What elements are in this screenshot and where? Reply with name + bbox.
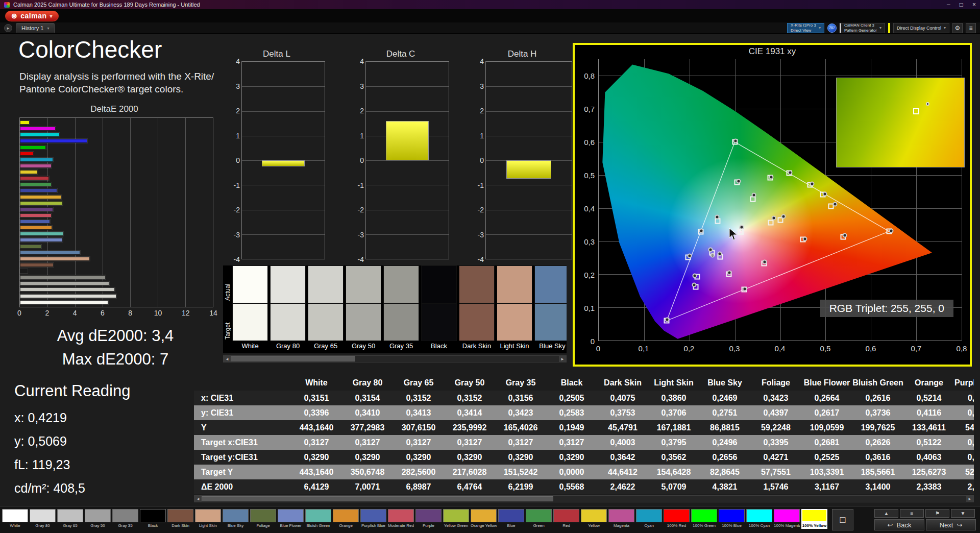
patch-foliage[interactable]: Foliage xyxy=(250,509,276,529)
nav-list-button[interactable]: ≡ xyxy=(900,509,924,518)
table-row-label: ΔE 2000 xyxy=(194,479,291,494)
max-de2000: Max dE2000: 7 xyxy=(15,350,215,369)
deltae-bar-foliage xyxy=(20,245,41,249)
display-control-selector[interactable]: Direct Display Control ▾ xyxy=(893,23,949,33)
swatch-scroll-thumb[interactable] xyxy=(231,356,355,361)
table-cell: 0,2169 xyxy=(954,435,974,450)
patch-swatch xyxy=(140,509,166,522)
table-cell: 3,1167 xyxy=(801,479,852,494)
title-bar: Calman 2025 Calman Ultimate for Business… xyxy=(0,0,980,9)
cie-panel: CIE 1931 xy 0,80,70,60,50,40,30,20,10 RG… xyxy=(573,43,972,367)
scroll-right-icon[interactable]: ► xyxy=(966,496,973,502)
patch-red[interactable]: Red xyxy=(553,509,579,529)
display-control-label: Direct Display Control xyxy=(897,26,941,31)
patch-black[interactable]: Black xyxy=(140,509,166,529)
minimize-button[interactable]: – xyxy=(947,1,950,8)
table-cell: 0,3290 xyxy=(495,450,546,465)
patch-purple[interactable]: Purple xyxy=(415,509,442,529)
patch-gray-80[interactable]: Gray 80 xyxy=(30,509,56,529)
patch-100-magenta[interactable]: 100% Magenta xyxy=(774,509,800,529)
patch-label: 100% Cyan xyxy=(746,522,772,529)
table-scrollbar[interactable]: ◄ ► xyxy=(194,495,974,502)
table-cell: 0,2110 xyxy=(954,391,974,405)
patch-cyan[interactable]: Cyan xyxy=(636,509,662,529)
scroll-right-icon[interactable]: ► xyxy=(559,356,566,362)
nav-down-button[interactable]: ▼ xyxy=(951,509,975,518)
patch-magenta[interactable]: Magenta xyxy=(608,509,634,529)
settings-gear-button[interactable]: ⚙ xyxy=(952,23,963,33)
tab-scroll-button[interactable]: ▸ xyxy=(4,24,12,32)
patch-yellow-green[interactable]: Yellow Green xyxy=(443,509,469,529)
swatch-target-black xyxy=(421,303,457,341)
scroll-left-icon[interactable]: ◄ xyxy=(194,496,202,502)
patch-purplish-blue[interactable]: Purplish Blue xyxy=(360,509,386,529)
swatch-actual-blue-sky xyxy=(534,265,567,303)
table-cell: 0,3642 xyxy=(597,450,648,465)
patch-gray-65[interactable]: Gray 65 xyxy=(57,509,83,529)
patch-100-green[interactable]: 100% Green xyxy=(691,509,717,529)
table-cell: 6,8987 xyxy=(393,479,444,494)
patch-light-skin[interactable]: Light Skin xyxy=(195,509,221,529)
swatch-target-gray-80 xyxy=(270,303,306,341)
patch-blue[interactable]: Blue xyxy=(498,509,524,529)
meter-selector[interactable]: X-Rite i1Pro 3 Direct View ▾ xyxy=(787,23,824,33)
table-cell: 0,3414 xyxy=(444,405,495,420)
table-row-label: y: CIE31 xyxy=(194,405,291,420)
pattern-window-button[interactable]: □ xyxy=(832,509,853,530)
table-cell: 0,3127 xyxy=(546,435,597,450)
options-menu-button[interactable]: ≡ xyxy=(966,23,976,33)
patch-bluish-green[interactable]: Bluish Green xyxy=(305,509,331,529)
patch-100-cyan[interactable]: 100% Cyan xyxy=(746,509,772,529)
close-button[interactable]: × xyxy=(972,1,976,8)
table-cell: 443,1640 xyxy=(291,420,342,435)
patch-swatch xyxy=(223,509,249,522)
deltae-bar-purplish-blue xyxy=(20,220,50,224)
swatch-scrollbar[interactable]: ◄ ► xyxy=(223,355,567,362)
patch-orange[interactable]: Orange xyxy=(333,509,359,529)
page-subtitle: Display analysis is performed with the X… xyxy=(19,70,225,95)
patch-moderate-red[interactable]: Moderate Red xyxy=(388,509,414,529)
calman-logo-menu[interactable]: ⊛ calman ▾ xyxy=(5,11,59,21)
swatch-target-gray-50 xyxy=(346,303,381,341)
chevron-down-icon: ▾ xyxy=(944,26,946,30)
patch-label: Cyan xyxy=(636,522,662,529)
patch-white[interactable]: White xyxy=(2,509,28,529)
patch-swatch xyxy=(388,509,414,522)
swatch-scroll-track[interactable] xyxy=(231,356,559,362)
patch-green[interactable]: Green xyxy=(526,509,552,529)
patch-swatch xyxy=(333,509,359,522)
table-scroll-track[interactable] xyxy=(202,496,966,502)
patch-swatch xyxy=(2,509,28,522)
patch-100-blue[interactable]: 100% Blue xyxy=(719,509,745,529)
maximize-button[interactable]: □ xyxy=(960,1,963,8)
table-cell: 0,3290 xyxy=(546,450,597,465)
patch-swatch xyxy=(664,509,690,522)
table-scroll-thumb[interactable] xyxy=(202,496,553,501)
pattern-generator-selector[interactable]: CalMAN Client 3 Pattern Generator ▾ xyxy=(840,23,885,33)
tab-history-1[interactable]: History 1 ▾ xyxy=(16,23,55,33)
patch-gray-35[interactable]: Gray 35 xyxy=(112,509,138,529)
patch-yellow[interactable]: Yellow xyxy=(581,509,607,529)
swatch-strip: Actual Target WhiteGray 80Gray 65Gray 50… xyxy=(223,265,567,353)
swatch-label: Light Skin xyxy=(497,341,532,351)
next-button[interactable]: Next ↪ xyxy=(926,519,976,530)
deltae-bar-gray-80 xyxy=(20,294,116,298)
table-row-label: x: CIE31 xyxy=(194,391,291,405)
patch-swatch xyxy=(636,509,662,522)
patch-blue-flower[interactable]: Blue Flower xyxy=(278,509,304,529)
patch-gray-50[interactable]: Gray 50 xyxy=(85,509,111,529)
patch-orange-yellow[interactable]: Orange Yellow xyxy=(471,509,497,529)
cie-target-light-skin xyxy=(768,220,774,226)
nav-up-button[interactable]: ▲ xyxy=(874,509,898,518)
patch-100-red[interactable]: 100% Red xyxy=(664,509,690,529)
patch-100-yellow[interactable]: 100% Yellow xyxy=(801,509,827,529)
patch-blue-sky[interactable]: Blue Sky xyxy=(223,509,249,529)
patch-dark-skin[interactable]: Dark Skin xyxy=(167,509,193,529)
cie-measured-yellow-green xyxy=(769,175,773,179)
nav-flag-button[interactable]: ⚑ xyxy=(925,509,949,518)
scroll-left-icon[interactable]: ◄ xyxy=(224,356,231,362)
patch-swatch xyxy=(581,509,607,522)
deltae-bar-gray-65 xyxy=(20,287,115,292)
meter-status-badge[interactable]: 707 xyxy=(827,23,837,33)
back-button[interactable]: ↩ Back xyxy=(874,519,924,530)
